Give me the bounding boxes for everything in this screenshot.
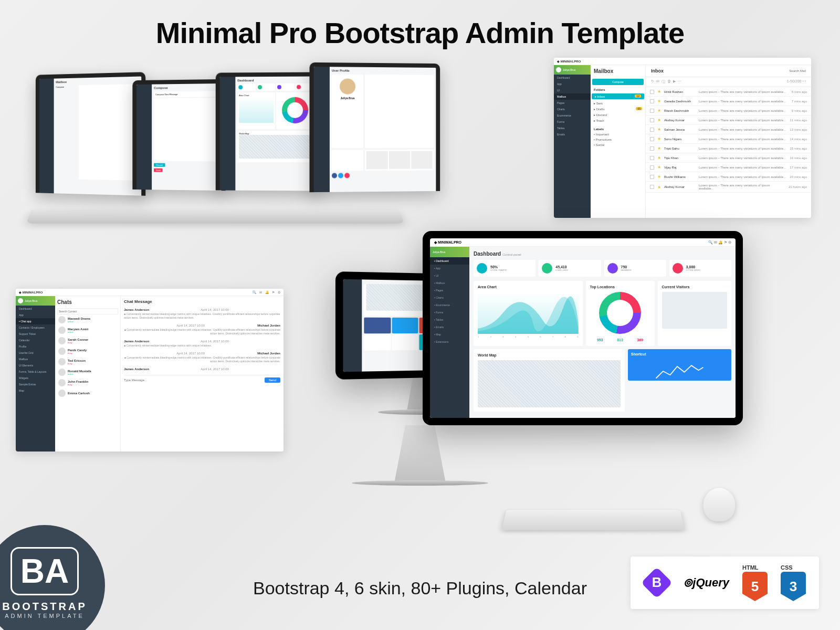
sidebar-item[interactable]: Profile: [16, 343, 55, 350]
sidebar-item[interactable]: ▪ Tables: [430, 316, 469, 323]
sidebar-item[interactable]: Support Ticket: [16, 331, 55, 337]
donut-panel: Top Locations 953813369: [586, 281, 655, 346]
label-item[interactable]: • Promotions: [591, 137, 645, 142]
sidebar-item[interactable]: Pages: [554, 100, 591, 106]
sidebar-item[interactable]: App: [16, 312, 55, 318]
mailbox-screenshot: ◆ MINIMALPRO Juliya Brus DashboardAppUIM…: [554, 58, 811, 218]
sidebar-item[interactable]: ▪ App: [430, 265, 469, 272]
label-item[interactable]: • Social: [591, 142, 645, 148]
contact-item[interactable]: Panik Candybusy: [57, 346, 118, 356]
gear-icon[interactable]: ⚙: [278, 290, 280, 294]
sidebar-item[interactable]: ▪ Map: [430, 331, 469, 338]
sidebar-item[interactable]: • Chat app: [16, 318, 55, 324]
sidebar-item[interactable]: App: [554, 81, 591, 87]
mail-row[interactable]: ★Akshay KumarLorem ipsum – There are man…: [646, 182, 811, 193]
sidebar-item[interactable]: Widgets: [16, 375, 55, 381]
search-input[interactable]: [762, 68, 806, 74]
sidebar-item[interactable]: Emails: [554, 131, 591, 138]
folder-item[interactable]: ▸ Trash: [591, 118, 645, 123]
sidebar-item[interactable]: ▪ Pages: [430, 287, 469, 294]
sidebar-item[interactable]: ▪ Forms: [430, 309, 469, 316]
contact-item[interactable]: Maxwell Dramsonline: [57, 314, 118, 325]
sidebar-item[interactable]: Userlist Grid: [16, 350, 55, 356]
keyboard: [501, 510, 685, 530]
mail-row[interactable]: ★Vijay RajLorem ipsum – There are many v…: [646, 163, 811, 172]
folder-item[interactable]: ▸ Sent: [591, 100, 645, 106]
contact-item[interactable]: Emma Carlosh: [57, 388, 118, 398]
sidebar-item[interactable]: Ecommerce: [554, 112, 591, 119]
message-input[interactable]: [124, 377, 262, 383]
sidebar-item[interactable]: Mailbox: [16, 356, 55, 362]
mail-row[interactable]: ★Hritik RoshanLorem ipsum – There are ma…: [646, 87, 811, 97]
contact-item[interactable]: John Franklinbusy: [57, 377, 118, 388]
sidebar-item[interactable]: Sample Extras: [16, 381, 55, 387]
folder-item[interactable]: ▸ Drafts 05: [591, 106, 645, 112]
contact-list: Chats Maxwell DramsonlineMaryam Amirionl…: [55, 296, 121, 452]
sidebar-item[interactable]: Tables: [554, 125, 591, 131]
mail-row[interactable]: ★Sonu NigamLorem ipsum – There are many …: [646, 134, 811, 144]
stat-card: 45,410USER LIKES: [539, 260, 601, 277]
sidebar-item[interactable]: Contacts / Employees: [16, 324, 55, 331]
folder-item[interactable]: ▸ Discard: [591, 112, 645, 118]
mailbox-folders: Mailbox Compose Folders ▸ Inbox 12▸ Sent…: [591, 65, 646, 218]
sidebar-item[interactable]: Forms, Table & Layouts: [16, 369, 55, 375]
flag-icon[interactable]: ⚑: [272, 290, 275, 294]
mail-row[interactable]: ★Salman JessiaLorem ipsum – There are ma…: [646, 125, 811, 134]
mail-row[interactable]: ★Ritesh DeshmukhLorem ipsum – There are …: [646, 106, 811, 116]
stat-card: 3,000STORE NEWS: [669, 260, 731, 277]
stat-card: 750MEMBERS: [604, 260, 666, 277]
folder-item[interactable]: ▸ Inbox 12: [592, 93, 644, 99]
mail-row[interactable]: ★Tripti SahuLorem ipsum – There are many…: [646, 144, 811, 153]
tech-logos: B ⊚jQuery HTML5 CSS3: [631, 556, 819, 609]
chat-message: April 14, 2017 10:00Michael Jorden■ Conv…: [124, 352, 280, 363]
sidebar-item[interactable]: Mailbox: [554, 93, 591, 100]
sidebar-item[interactable]: ▪ Emails: [430, 323, 469, 331]
mail-row[interactable]: ★Rushti WilliamsLorem ipsum – There are …: [646, 172, 811, 182]
sidebar-item[interactable]: ▪ Extensions: [430, 338, 469, 345]
mail-row[interactable]: ★Tipu KhanLorem ipsum – There are many v…: [646, 153, 811, 163]
sidebar-item[interactable]: Dashboard: [554, 75, 591, 81]
bootstrap-admin-badge: BA BOOTSTRAP ADMIN TEMPLATE: [0, 525, 105, 630]
sidebar-item[interactable]: ▪ Mailbox: [430, 279, 469, 287]
world-map-panel: World Map: [474, 349, 625, 412]
contact-item[interactable]: Maryam Amirionline: [57, 325, 118, 335]
stat-cards: 50%STORE TRAFFIC45,410USER LIKES750MEMBE…: [474, 260, 731, 277]
sidebar: Juliya Brus DashboardAppUIMailboxPagesCh…: [554, 65, 591, 218]
chat-message: James AndersonApril 14, 2017 10:00■ Conv…: [124, 340, 280, 348]
sidebar-item[interactable]: Forms: [554, 119, 591, 125]
contact-item[interactable]: Sarah Connerbusy: [57, 335, 118, 346]
label-item[interactable]: • Important: [591, 132, 645, 137]
chat-message: James AndersonApril 14, 2017 10:00■ Conv…: [124, 308, 280, 320]
sidebar-item[interactable]: UI: [554, 87, 591, 93]
sidebar-item[interactable]: Charts: [554, 106, 591, 112]
sidebar-item[interactable]: UI Elements: [16, 362, 55, 369]
chat-screenshot: ◆ MINIMALPRO🔍✉🔔⚑⚙ Juliya Brus DashboardA…: [16, 289, 284, 452]
mail-row[interactable]: ★Akshay KumarLorem ipsum – There are man…: [646, 116, 811, 125]
bell-icon[interactable]: 🔔: [265, 290, 269, 294]
html5-icon: 5: [742, 572, 768, 601]
jquery-icon: ⊚jQuery: [683, 576, 729, 590]
contact-item[interactable]: Ted Ericsonbusy: [57, 356, 118, 367]
sidebar-item[interactable]: Dashboard: [16, 306, 55, 312]
search-icon[interactable]: 🔍: [253, 290, 256, 294]
send-button[interactable]: Send: [265, 377, 280, 383]
sidebar-item[interactable]: Map: [16, 387, 55, 394]
sidebar-item[interactable]: ▪ UI: [430, 272, 469, 279]
chat-messages: Chat Message James AndersonApril 14, 201…: [121, 296, 284, 452]
mail-icon[interactable]: ✉: [259, 290, 262, 294]
sidebar-item[interactable]: ▪ Dashboard: [430, 257, 469, 265]
laptop-band: Mailbox Compose Compose Compose New Mess…: [32, 68, 452, 215]
shortcut-panel: Shortcut: [628, 349, 731, 381]
contact-item[interactable]: Ronald Mustafaonline: [57, 367, 118, 377]
compose-button[interactable]: Compose: [592, 79, 644, 85]
sidebar-item[interactable]: ▪ Charts: [430, 294, 469, 301]
visitors-panel: Current Visitors: [658, 281, 732, 346]
brand-logo: ◆ MINIMALPRO: [557, 59, 581, 63]
sidebar-item[interactable]: Calendar: [16, 337, 55, 343]
chat-message: April 14, 2017 10:00Michael Jorden■ Conv…: [124, 324, 280, 335]
area-chart-panel: Area Chart 123456789: [474, 281, 583, 346]
search-contact-input[interactable]: [57, 308, 118, 314]
mail-row[interactable]: ★Genelia DeshmukhLorem ipsum – There are…: [646, 97, 811, 106]
mouse: [703, 488, 736, 521]
sidebar-item[interactable]: ▪ Ecommerce: [430, 301, 469, 309]
